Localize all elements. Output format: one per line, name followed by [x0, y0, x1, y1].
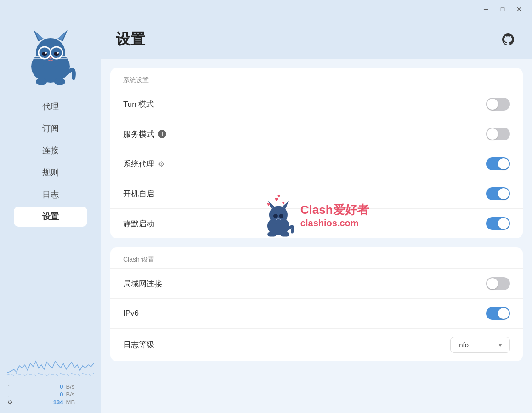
settings-scroll[interactable]: 系统设置 Tun 模式 服务模式 i 系统代理	[101, 59, 532, 413]
svg-point-12	[57, 52, 59, 54]
sidebar: 代理 订阅 连接 规则 日志 设置 ↑ 0 B/s ↓ 0 B/s ⚙	[0, 18, 101, 413]
startup-toggle[interactable]	[486, 187, 510, 200]
lan-conn-row: 局域网连接	[110, 268, 523, 298]
silent-start-row: 静默启动	[110, 208, 523, 238]
svg-point-18	[36, 78, 47, 85]
memory-icon: ⚙	[7, 399, 32, 406]
network-graph	[7, 352, 94, 380]
startup-label: 开机自启	[123, 189, 154, 199]
app-container: 代理 订阅 连接 规则 日志 设置 ↑ 0 B/s ↓ 0 B/s ⚙	[0, 18, 532, 413]
memory-unit: MB	[66, 399, 94, 406]
system-proxy-row: 系统代理 ⚙	[110, 149, 523, 179]
sidebar-item-connections[interactable]: 连接	[14, 140, 87, 161]
memory-value: 134	[34, 399, 63, 406]
silent-start-toggle[interactable]	[486, 217, 510, 230]
lan-conn-toggle[interactable]	[486, 277, 510, 290]
tun-mode-toggle[interactable]	[486, 98, 510, 111]
sidebar-item-subscribe[interactable]: 订阅	[14, 118, 87, 139]
nav-items: 代理 订阅 连接 规则 日志 设置	[0, 96, 101, 348]
tun-mode-row: Tun 模式	[110, 89, 523, 119]
maximize-button[interactable]: □	[495, 2, 510, 17]
section2-title: Clash 设置	[110, 247, 523, 268]
ipv6-label: IPv6	[123, 309, 139, 318]
chevron-down-icon: ▼	[498, 342, 503, 348]
sidebar-item-proxy[interactable]: 代理	[14, 96, 87, 117]
log-level-value: Info	[457, 341, 469, 349]
upload-unit: B/s	[66, 383, 94, 390]
system-proxy-label: 系统代理 ⚙	[123, 159, 164, 169]
upload-value: 0	[34, 383, 63, 390]
system-proxy-toggle[interactable]	[486, 157, 510, 170]
page-title: 设置	[116, 29, 145, 50]
system-proxy-gear-icon[interactable]: ⚙	[158, 160, 164, 168]
close-button[interactable]: ✕	[512, 2, 526, 17]
main-content: 设置 系统设置 Tun 模式 服务模式	[101, 18, 532, 413]
title-bar: ─ □ ✕	[0, 0, 532, 18]
logo-area	[21, 28, 80, 87]
download-icon: ↓	[7, 391, 32, 398]
sidebar-item-logs[interactable]: 日志	[14, 184, 87, 205]
ipv6-row: IPv6	[110, 298, 523, 328]
log-level-dropdown[interactable]: Info ▼	[450, 337, 510, 353]
upload-icon: ↑	[7, 383, 32, 390]
sidebar-item-rules[interactable]: 规则	[14, 162, 87, 183]
svg-point-13	[49, 57, 52, 59]
network-stats: ↑ 0 B/s ↓ 0 B/s ⚙ 134 MB	[7, 383, 94, 406]
network-area: ↑ 0 B/s ↓ 0 B/s ⚙ 134 MB	[0, 348, 101, 413]
system-settings-section: 系统设置 Tun 模式 服务模式 i 系统代理	[110, 68, 523, 238]
clash-settings-section: Clash 设置 局域网连接 IPv6 日志等级 Info ▼	[110, 247, 523, 361]
ipv6-toggle[interactable]	[486, 307, 510, 320]
log-level-row: 日志等级 Info ▼	[110, 328, 523, 361]
service-mode-info-icon[interactable]: i	[158, 130, 166, 138]
service-mode-label: 服务模式 i	[123, 129, 166, 140]
silent-start-label: 静默启动	[123, 218, 154, 229]
sidebar-item-settings[interactable]: 设置	[14, 206, 87, 227]
startup-row: 开机自启	[110, 179, 523, 208]
tun-mode-label: Tun 模式	[123, 99, 154, 110]
lan-conn-label: 局域网连接	[123, 279, 162, 289]
github-button[interactable]	[499, 30, 517, 49]
service-mode-toggle[interactable]	[486, 128, 510, 140]
svg-point-19	[54, 78, 65, 85]
section1-title: 系统设置	[110, 68, 523, 89]
log-level-label: 日志等级	[123, 340, 154, 350]
svg-point-11	[45, 52, 47, 54]
minimize-button[interactable]: ─	[479, 2, 493, 17]
download-value: 0	[34, 391, 63, 398]
service-mode-row: 服务模式 i	[110, 119, 523, 149]
download-unit: B/s	[66, 391, 94, 398]
content-header: 设置	[101, 18, 532, 59]
